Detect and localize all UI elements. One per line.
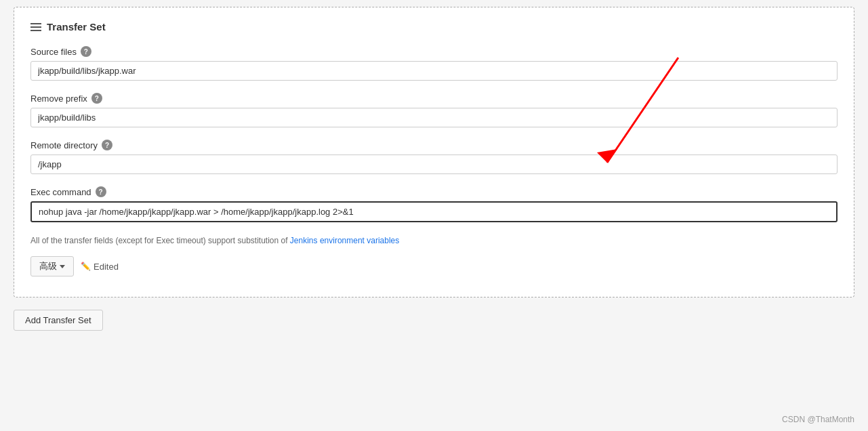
advanced-button[interactable]: 高级 [30,256,74,276]
drag-handle-icon[interactable] [30,23,41,31]
add-transfer-set-button[interactable]: Add Transfer Set [14,310,103,331]
remove-prefix-input[interactable] [30,108,838,127]
edited-badge: ✏️ Edited [81,262,119,272]
remote-directory-label: Remote directory ? [30,140,838,150]
remove-prefix-label: Remove prefix ? [30,93,838,104]
exec-command-help-icon[interactable]: ? [96,186,106,197]
remote-directory-input[interactable] [30,155,838,174]
hint-text: All of the transfer fields (except for E… [30,234,838,247]
card-header: Transfer Set [30,21,838,33]
remote-directory-group: Remote directory ? [30,140,838,174]
watermark: CSDN @ThatMonth [782,415,854,424]
source-files-help-icon[interactable]: ? [81,46,91,57]
remote-directory-help-icon[interactable]: ? [102,140,112,150]
page-wrapper: Transfer Set Source files ? Remove prefi… [0,0,868,431]
source-files-label: Source files ? [30,46,838,57]
remove-prefix-group: Remove prefix ? [30,93,838,127]
remove-prefix-help-icon[interactable]: ? [91,93,102,104]
exec-command-input[interactable] [30,201,838,222]
card-title: Transfer Set [47,21,106,33]
chevron-down-icon [60,265,65,268]
exec-command-group: Exec command ? [30,186,838,222]
bottom-bar: 高级 ✏️ Edited [30,256,838,276]
transfer-set-card: Transfer Set Source files ? Remove prefi… [14,7,854,297]
source-files-input[interactable] [30,61,838,81]
exec-command-label: Exec command ? [30,186,838,197]
source-files-group: Source files ? [30,46,838,81]
jenkins-env-vars-link[interactable]: Jenkins environment variables [290,236,399,245]
pencil-icon: ✏️ [81,262,91,271]
